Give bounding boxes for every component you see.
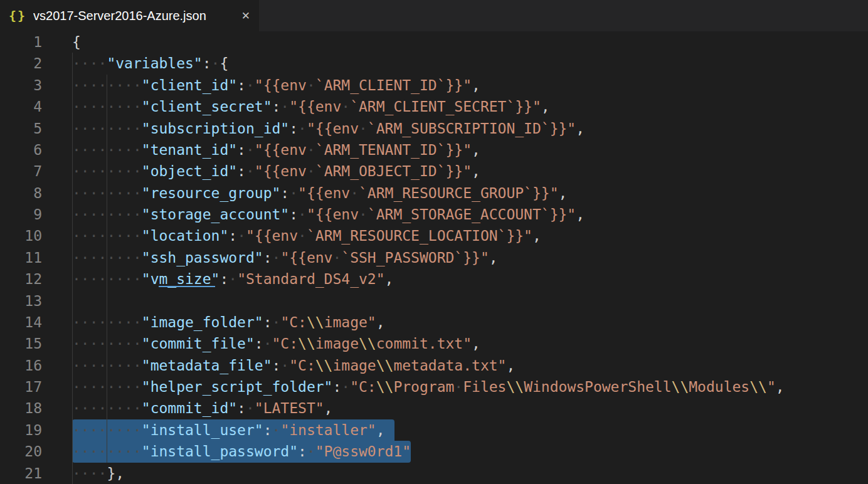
- code-text: ········"tenant_id":·"{{env·`ARM_TENANT_…: [72, 139, 480, 160]
- line-content[interactable]: ········"object_id":·"{{env·`ARM_OBJECT_…: [72, 160, 868, 182]
- line-content[interactable]: ········"commit_id":·"LATEST",: [72, 397, 868, 419]
- code-text: ········"helper_script_folder":·"C:\\Pro…: [72, 376, 785, 397]
- code-text: ····},: [72, 463, 124, 484]
- code-line[interactable]: 3········"client_id":·"{{env·`ARM_CLIENT…: [0, 75, 868, 96]
- line-content[interactable]: ········"commit_file":·"C:\\image\\commi…: [72, 333, 868, 354]
- tab-bar: {} vs2017-Server2016-Azure.json ✕: [0, 0, 868, 31]
- code-line[interactable]: 10········"location":·"{{env·`ARM_RESOUR…: [0, 225, 868, 246]
- tab-close-icon[interactable]: ✕: [241, 9, 250, 22]
- line-number[interactable]: 8: [0, 182, 42, 204]
- line-number[interactable]: 19: [0, 419, 42, 441]
- code-text: ········"object_id":·"{{env·`ARM_OBJECT_…: [72, 160, 480, 182]
- code-line[interactable]: 17········"helper_script_folder":·"C:\\P…: [0, 376, 868, 397]
- line-number[interactable]: 17: [0, 376, 42, 397]
- code-text: ········"metadata_file":·"C:\\image\\met…: [72, 355, 515, 376]
- code-text: {: [72, 31, 81, 53]
- code-line[interactable]: 5········"subscription_id":·"{{env·`ARM_…: [0, 118, 868, 139]
- code-line[interactable]: 16········"metadata_file":·"C:\\image\\m…: [0, 355, 868, 376]
- vscode-window: {} vs2017-Server2016-Azure.json ✕ 1{2···…: [0, 0, 868, 484]
- code-text: ········"image_folder":·"C:\\image",: [72, 312, 385, 333]
- code-line[interactable]: 4········"client_secret":·"{{env·`ARM_CL…: [0, 96, 868, 117]
- code-line[interactable]: 18········"commit_id":·"LATEST",: [0, 397, 868, 419]
- line-content[interactable]: ········"image_folder":·"C:\\image",: [72, 312, 868, 333]
- code-line[interactable]: 1{: [0, 31, 868, 53]
- code-line[interactable]: 7········"object_id":·"{{env·`ARM_OBJECT…: [0, 160, 868, 182]
- line-content[interactable]: [72, 290, 868, 312]
- line-number[interactable]: 5: [0, 118, 42, 139]
- tab-vs2017-server2016-azure-json[interactable]: {} vs2017-Server2016-Azure.json ✕: [0, 0, 259, 31]
- line-content[interactable]: ········"install_user":·"installer",: [72, 419, 868, 441]
- code-text: ········"ssh_password":·"{{env·`SSH_PASS…: [72, 247, 498, 268]
- code-text: ········"install_user":·"installer",: [72, 419, 385, 441]
- tab-title: vs2017-Server2016-Azure.json: [33, 9, 234, 23]
- code-line[interactable]: 11········"ssh_password":·"{{env·`SSH_PA…: [0, 247, 868, 268]
- line-content[interactable]: ····"variables":·{: [72, 53, 868, 74]
- line-number[interactable]: 3: [0, 75, 42, 96]
- line-number[interactable]: 2: [0, 53, 42, 74]
- line-content[interactable]: ········"helper_script_folder":·"C:\\Pro…: [72, 376, 868, 397]
- code-text: ········"resource_group":·"{{env·`ARM_RE…: [72, 182, 567, 204]
- code-line[interactable]: 2····"variables":·{: [0, 53, 868, 74]
- info-underline: [159, 286, 215, 287]
- code-text: ········"client_id":·"{{env·`ARM_CLIENT_…: [72, 75, 480, 96]
- code-line[interactable]: 12········"vm_size":·"Standard_DS4_v2",: [0, 268, 868, 290]
- code-text: ····"variables":·{: [72, 53, 228, 74]
- line-content[interactable]: ········"subscription_id":·"{{env·`ARM_S…: [72, 118, 868, 139]
- code-line[interactable]: 14········"image_folder":·"C:\\image",: [0, 312, 868, 333]
- line-number[interactable]: 20: [0, 441, 42, 462]
- json-file-icon: {}: [9, 8, 26, 23]
- code-editor[interactable]: 1{2····"variables":·{3········"client_id…: [0, 31, 868, 484]
- code-text: ········"commit_id":·"LATEST",: [72, 397, 332, 419]
- line-content[interactable]: ····},: [72, 463, 868, 484]
- code-line[interactable]: 15········"commit_file":·"C:\\image\\com…: [0, 333, 868, 354]
- code-line[interactable]: 9········"storage_account":·"{{env·`ARM_…: [0, 204, 868, 225]
- line-number[interactable]: 6: [0, 139, 42, 160]
- line-content[interactable]: {: [72, 31, 868, 53]
- code-text: ········"install_password":·"P@ssw0rd1": [72, 441, 411, 462]
- line-number[interactable]: 11: [0, 247, 42, 268]
- code-line[interactable]: 8········"resource_group":·"{{env·`ARM_R…: [0, 182, 868, 204]
- indent-guide: [72, 290, 73, 312]
- line-number[interactable]: 7: [0, 160, 42, 182]
- code-text: ········"storage_account":·"{{env·`ARM_S…: [72, 204, 585, 225]
- code-line[interactable]: 20········"install_password":·"P@ssw0rd1…: [0, 441, 868, 462]
- line-content[interactable]: ········"storage_account":·"{{env·`ARM_S…: [72, 204, 868, 225]
- line-content[interactable]: ········"ssh_password":·"{{env·`SSH_PASS…: [72, 247, 868, 268]
- code-text: ········"subscription_id":·"{{env·`ARM_S…: [72, 118, 585, 139]
- line-content[interactable]: ········"vm_size":·"Standard_DS4_v2",: [72, 268, 868, 290]
- line-number[interactable]: 14: [0, 312, 42, 333]
- code-line[interactable]: 19········"install_user":·"installer",: [0, 419, 868, 441]
- line-number[interactable]: 12: [0, 268, 42, 290]
- code-text: ········"vm_size":·"Standard_DS4_v2",: [72, 268, 393, 290]
- line-number[interactable]: 9: [0, 204, 42, 225]
- code-line[interactable]: 21····},: [0, 463, 868, 484]
- line-content[interactable]: ········"install_password":·"P@ssw0rd1": [72, 441, 868, 462]
- indent-guide: [107, 290, 107, 312]
- line-content[interactable]: ········"tenant_id":·"{{env·`ARM_TENANT_…: [72, 139, 868, 160]
- code-text: ········"commit_file":·"C:\\image\\commi…: [72, 333, 480, 354]
- line-content[interactable]: ········"client_secret":·"{{env·`ARM_CLI…: [72, 96, 868, 117]
- code-text: ········"client_secret":·"{{env·`ARM_CLI…: [72, 96, 550, 117]
- line-number[interactable]: 21: [0, 463, 42, 484]
- line-content[interactable]: ········"metadata_file":·"C:\\image\\met…: [72, 355, 868, 376]
- code-line[interactable]: 13: [0, 290, 868, 312]
- line-number[interactable]: 1: [0, 31, 42, 53]
- line-number[interactable]: 4: [0, 96, 42, 117]
- line-content[interactable]: ········"resource_group":·"{{env·`ARM_RE…: [72, 182, 868, 204]
- line-number[interactable]: 15: [0, 333, 42, 354]
- line-content[interactable]: ········"location":·"{{env·`ARM_RESOURCE…: [72, 225, 868, 246]
- code-line[interactable]: 6········"tenant_id":·"{{env·`ARM_TENANT…: [0, 139, 868, 160]
- code-text: ········"location":·"{{env·`ARM_RESOURCE…: [72, 225, 541, 246]
- line-number[interactable]: 10: [0, 225, 42, 246]
- line-number[interactable]: 13: [0, 290, 42, 312]
- line-number[interactable]: 16: [0, 355, 42, 376]
- line-number[interactable]: 18: [0, 397, 42, 419]
- line-content[interactable]: ········"client_id":·"{{env·`ARM_CLIENT_…: [72, 75, 868, 96]
